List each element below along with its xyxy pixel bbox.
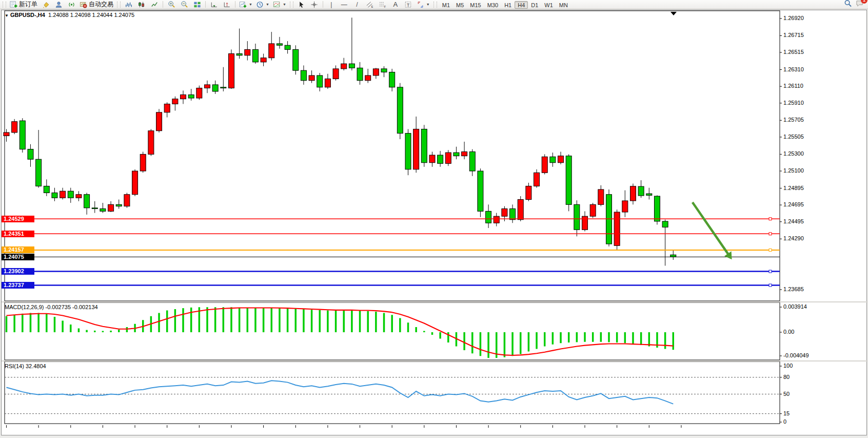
candle xyxy=(438,155,443,163)
candle xyxy=(445,153,451,163)
price-tick-label: 1.24895 xyxy=(783,185,804,191)
price-tick-label: 1.26310 xyxy=(783,66,804,72)
time-axis-ticks xyxy=(2,425,867,428)
price-line-label: 1.23902 xyxy=(2,268,34,275)
line-handle[interactable] xyxy=(769,284,772,287)
candle xyxy=(582,216,588,230)
candle xyxy=(188,95,194,99)
candle xyxy=(36,159,42,186)
candle xyxy=(156,112,162,131)
pane-separator[interactable] xyxy=(2,301,867,302)
line-handle[interactable] xyxy=(769,270,772,273)
templates-button[interactable]: ▼ xyxy=(271,0,288,9)
timeframe-D1[interactable]: D1 xyxy=(528,1,541,9)
price-tick-label: 1.25300 xyxy=(783,150,804,157)
candle xyxy=(172,99,178,104)
vertical-line-tool-button[interactable]: | xyxy=(325,0,338,9)
chevron-down-icon: ▼ xyxy=(266,3,269,6)
price-tick-label: 1.24290 xyxy=(783,235,804,241)
arrows-tool-button[interactable]: ▼ xyxy=(415,0,431,9)
signal-icon xyxy=(68,1,75,8)
price-line-label: 1.24529 xyxy=(2,216,34,222)
line-handle[interactable] xyxy=(769,218,772,220)
timeframe-MN[interactable]: MN xyxy=(556,1,571,9)
candle xyxy=(357,68,363,80)
macd-pane[interactable]: MACD(12,26,9) -0.002735 -0.002134 0.0039… xyxy=(2,302,867,360)
price-tick-label: 1.26515 xyxy=(783,49,804,55)
price-line-label: 1.24157 xyxy=(2,246,34,253)
candle xyxy=(365,75,371,81)
new-order-button[interactable]: 新订单 xyxy=(8,0,39,9)
chart-properties-button[interactable] xyxy=(40,0,52,9)
cursor-icon xyxy=(298,1,305,8)
candle xyxy=(502,208,507,216)
zoom-in-button[interactable] xyxy=(165,0,177,9)
price-tick-label: 1.25505 xyxy=(783,134,804,140)
crosshair-tool-button[interactable] xyxy=(308,0,321,9)
auto-scroll-button[interactable] xyxy=(208,0,220,9)
profile-icon xyxy=(55,1,63,8)
price-tick-label: 1.25100 xyxy=(783,167,804,174)
horizontal-line-tool-button[interactable]: — xyxy=(338,0,350,9)
candlestick-chart-button[interactable] xyxy=(135,0,148,9)
candle xyxy=(373,69,379,75)
candle xyxy=(405,134,411,169)
rsi-pane[interactable]: RSI(14) 32.4804 1008050150 xyxy=(2,361,867,425)
cursor-tool-button[interactable] xyxy=(295,0,308,9)
candle xyxy=(148,131,154,155)
fibonacci-tool-button[interactable]: F xyxy=(377,0,389,9)
new-order-icon xyxy=(10,1,17,8)
chevron-down-icon: ▼ xyxy=(249,3,252,6)
candle xyxy=(429,155,435,163)
signal-button[interactable] xyxy=(65,0,77,9)
price-tick-label: 1.24695 xyxy=(783,201,804,207)
notifications-button[interactable]: 1 xyxy=(855,0,864,9)
trendline-tool-button[interactable]: / xyxy=(351,0,363,9)
candle xyxy=(269,44,274,58)
chart-shift-button[interactable] xyxy=(221,0,233,9)
macd-chart xyxy=(2,302,867,360)
text-label-tool-button[interactable]: T xyxy=(402,0,415,9)
timeframe-M30[interactable]: M30 xyxy=(484,1,501,9)
time-axis[interactable] xyxy=(2,425,867,435)
timeframe-H1[interactable]: H1 xyxy=(501,1,515,9)
zoom-out-button[interactable] xyxy=(178,0,190,9)
toolbar-grip[interactable] xyxy=(433,2,437,8)
candlestick-chart[interactable] xyxy=(2,10,867,301)
timeframe-M5[interactable]: M5 xyxy=(453,1,467,9)
candle xyxy=(245,49,250,55)
tile-windows-button[interactable] xyxy=(191,0,203,9)
candle xyxy=(28,149,33,160)
timeframe-W1[interactable]: W1 xyxy=(541,1,556,9)
line-chart-button[interactable] xyxy=(148,0,161,9)
line-chart-icon xyxy=(151,1,158,8)
candle xyxy=(236,54,242,55)
periods-button[interactable]: ▼ xyxy=(254,0,271,9)
rsi-tick-label: 80 xyxy=(783,374,790,380)
main-chart-pane[interactable]: ▼ GBPUSD-,H4 1.24088 1.24098 1.24044 1.2… xyxy=(2,10,867,301)
toolbar-grip[interactable] xyxy=(117,2,121,8)
candle xyxy=(12,122,17,132)
bar-chart-button[interactable] xyxy=(123,0,135,9)
toolbar-grip[interactable] xyxy=(3,2,6,8)
text-tool-button[interactable]: A xyxy=(389,0,402,9)
toolbar-grip[interactable] xyxy=(290,2,293,8)
indicators-button[interactable]: ▼ xyxy=(238,0,254,9)
equidistant-channel-tool-button[interactable]: E xyxy=(364,0,376,9)
rsi-tick-label: 15 xyxy=(783,410,790,416)
line-handle[interactable] xyxy=(769,249,772,251)
search-icon[interactable] xyxy=(844,0,852,9)
line-handle[interactable] xyxy=(769,233,772,235)
chevron-down-icon: ▼ xyxy=(426,3,430,6)
timeframe-M15[interactable]: M15 xyxy=(467,1,484,9)
template-icon xyxy=(273,1,281,8)
auto-trading-button[interactable]: 自动交易 xyxy=(78,0,115,9)
candle xyxy=(646,194,652,195)
auto-trading-label: 自动交易 xyxy=(89,0,113,9)
candle xyxy=(526,186,531,199)
symbol-dropdown-icon[interactable]: ▼ xyxy=(5,13,9,18)
timeframe-M1[interactable]: M1 xyxy=(439,1,453,9)
pane-separator[interactable] xyxy=(2,360,867,361)
market-watch-button[interactable] xyxy=(52,0,65,9)
timeframe-H4[interactable]: H4 xyxy=(515,1,528,9)
